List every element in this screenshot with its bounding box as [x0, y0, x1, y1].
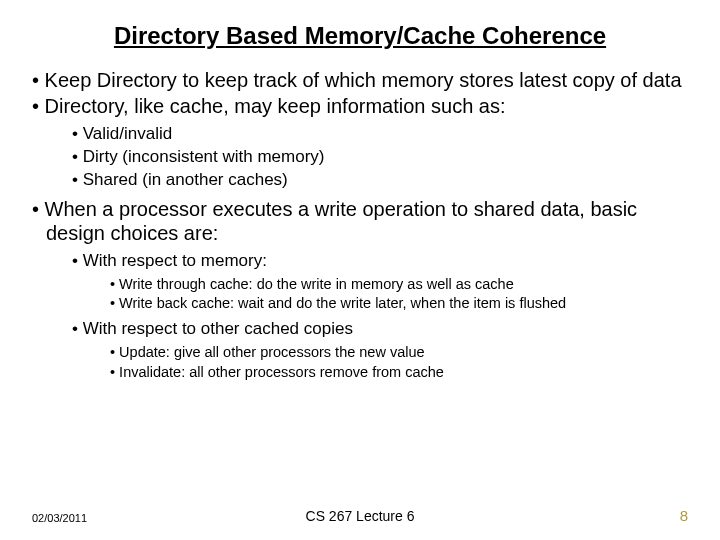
sub-list: Valid/invalid Dirty (inconsistent with m… [70, 123, 692, 191]
list-item: Shared (in another caches) [70, 169, 692, 191]
list-item: With respect to memory: Write through ca… [70, 250, 692, 313]
list-item: Update: give all other processors the ne… [108, 343, 692, 362]
list-item-text: Directory, like cache, may keep informat… [45, 95, 506, 117]
bullet-list: Keep Directory to keep track of which me… [28, 68, 692, 381]
list-item: Valid/invalid [70, 123, 692, 145]
list-item: Write through cache: do the write in mem… [108, 275, 692, 294]
slide-footer: 02/03/2011 CS 267 Lecture 6 8 [0, 507, 720, 524]
sub-sub-list: Write through cache: do the write in mem… [108, 275, 692, 313]
sub-list: With respect to memory: Write through ca… [70, 250, 692, 381]
list-item: Directory, like cache, may keep informat… [28, 94, 692, 191]
footer-center: CS 267 Lecture 6 [0, 508, 720, 524]
list-item-text: When a processor executes a write operat… [45, 198, 638, 244]
list-item: Invalidate: all other processors remove … [108, 363, 692, 382]
list-item: Keep Directory to keep track of which me… [28, 68, 692, 92]
list-item-text: With respect to other cached copies [83, 319, 353, 338]
list-item: When a processor executes a write operat… [28, 197, 692, 381]
list-item: Dirty (inconsistent with memory) [70, 146, 692, 168]
list-item: Write back cache: wait and do the write … [108, 294, 692, 313]
list-item: With respect to other cached copies Upda… [70, 318, 692, 381]
sub-sub-list: Update: give all other processors the ne… [108, 343, 692, 381]
slide-title: Directory Based Memory/Cache Coherence [28, 22, 692, 50]
list-item-text: With respect to memory: [83, 251, 267, 270]
